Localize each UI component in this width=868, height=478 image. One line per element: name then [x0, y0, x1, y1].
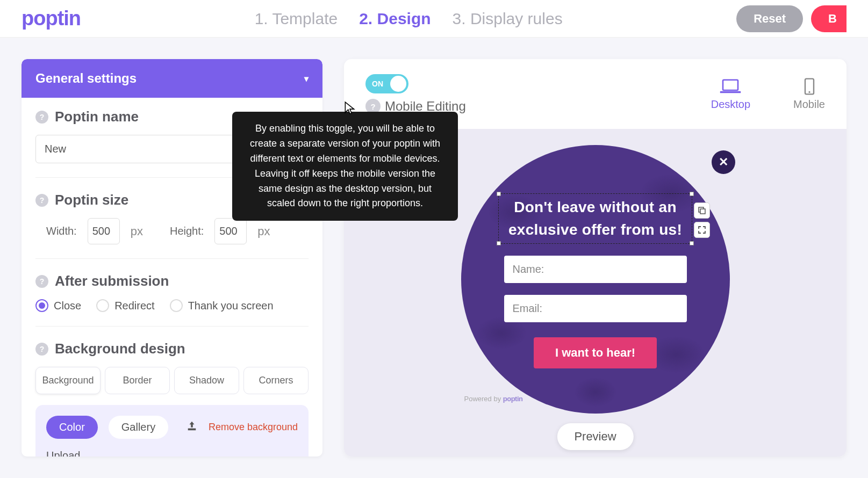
- svg-point-4: [808, 91, 810, 92]
- headline-selection[interactable]: Don't leave without an exclusive offer f…: [498, 193, 692, 244]
- brand-logo: poptin: [21, 7, 81, 30]
- laptop-icon: [719, 78, 742, 95]
- preview-button[interactable]: Preview: [557, 423, 633, 450]
- width-label: Width:: [46, 225, 77, 237]
- height-input[interactable]: [214, 218, 247, 244]
- popup-preview[interactable]: ✕ Don't leave without an exclusive offer…: [461, 145, 730, 414]
- resize-handle[interactable]: [690, 241, 694, 245]
- radio-thankyou[interactable]: Thank you screen: [170, 299, 274, 312]
- height-unit: px: [257, 224, 270, 238]
- tab-background[interactable]: Background: [35, 367, 101, 394]
- remove-background-link[interactable]: Remove background: [209, 421, 298, 433]
- top-actions: Reset B: [736, 5, 847, 32]
- topbar: poptin 1. Template 2. Design 3. Display …: [0, 0, 868, 38]
- radio-icon: [96, 299, 109, 312]
- device-tab-desktop[interactable]: Desktop: [711, 78, 750, 111]
- device-tabs: Desktop Mobile: [711, 78, 825, 111]
- step-display-rules[interactable]: 3. Display rules: [453, 10, 563, 28]
- tab-border[interactable]: Border: [105, 367, 170, 394]
- after-submission-label: After submission: [55, 273, 169, 289]
- upload-icon[interactable]: [186, 421, 198, 434]
- radio-close[interactable]: Close: [35, 299, 81, 312]
- device-tab-mobile[interactable]: Mobile: [793, 78, 825, 111]
- help-icon[interactable]: ?: [35, 343, 48, 356]
- background-config-panel: Color Gallery Remove background Upload: [35, 405, 309, 457]
- popup-name-input[interactable]: Name:: [504, 256, 687, 283]
- toggle-knob: [390, 76, 406, 92]
- poptin-size-label: Poptin size: [55, 192, 128, 208]
- radio-redirect[interactable]: Redirect: [96, 299, 154, 312]
- tab-shadow[interactable]: Shadow: [174, 367, 239, 394]
- radio-icon: [35, 299, 48, 312]
- mobile-editing-control: ON ? Mobile Editing: [365, 74, 466, 114]
- resize-handle[interactable]: [690, 192, 694, 196]
- panel-title: General settings: [35, 71, 137, 86]
- back-button[interactable]: B: [811, 5, 847, 32]
- radio-close-label: Close: [54, 300, 81, 312]
- mobile-icon: [798, 78, 821, 95]
- pill-gallery[interactable]: Gallery: [109, 416, 168, 439]
- poptin-name-label: Poptin name: [55, 108, 139, 125]
- device-mobile-label: Mobile: [793, 98, 825, 111]
- svg-rect-1: [723, 79, 738, 90]
- popup-close-button[interactable]: ✕: [712, 150, 735, 174]
- toggle-on-label: ON: [372, 79, 383, 88]
- width-unit: px: [131, 224, 143, 238]
- general-settings-header[interactable]: General settings ▾: [21, 59, 322, 98]
- popup-email-input[interactable]: Email:: [504, 295, 687, 322]
- expand-icon[interactable]: [694, 222, 710, 238]
- svg-rect-6: [700, 209, 705, 214]
- device-desktop-label: Desktop: [711, 98, 750, 111]
- resize-handle[interactable]: [497, 192, 501, 196]
- step-design[interactable]: 2. Design: [359, 10, 431, 28]
- radio-redirect-label: Redirect: [114, 300, 154, 312]
- reset-button[interactable]: Reset: [736, 5, 803, 32]
- tab-corners[interactable]: Corners: [243, 367, 309, 394]
- help-icon[interactable]: ?: [35, 111, 48, 124]
- step-template[interactable]: 1. Template: [255, 10, 338, 28]
- upload-link[interactable]: Upload: [46, 450, 80, 457]
- after-submission-group: ? After submission Close Redirect Thank …: [35, 273, 309, 327]
- background-design-label: Background design: [55, 341, 185, 357]
- background-design-group: ? Background design Background Border Sh…: [35, 341, 309, 457]
- mobile-editing-toggle[interactable]: ON: [365, 74, 408, 93]
- popup-cta-button[interactable]: I want to hear!: [534, 337, 657, 368]
- svg-rect-2: [720, 91, 741, 93]
- popup-headline[interactable]: Don't leave without an exclusive offer f…: [508, 196, 682, 241]
- help-icon[interactable]: ?: [35, 194, 48, 207]
- chevron-down-icon: ▾: [304, 74, 309, 84]
- resize-handle[interactable]: [497, 241, 501, 245]
- radio-icon: [170, 299, 183, 312]
- svg-rect-0: [188, 428, 196, 430]
- mobile-editing-tooltip: By enabling this toggle, you will be abl…: [232, 112, 458, 221]
- width-input[interactable]: [88, 218, 120, 244]
- pill-color[interactable]: Color: [46, 416, 98, 439]
- duplicate-icon[interactable]: [694, 202, 710, 219]
- wizard-steps: 1. Template 2. Design 3. Display rules: [81, 10, 736, 28]
- powered-by-label: Powered by poptin: [464, 395, 523, 403]
- radio-thankyou-label: Thank you screen: [188, 300, 274, 312]
- height-label: Height:: [170, 225, 204, 237]
- help-icon[interactable]: ?: [35, 275, 48, 288]
